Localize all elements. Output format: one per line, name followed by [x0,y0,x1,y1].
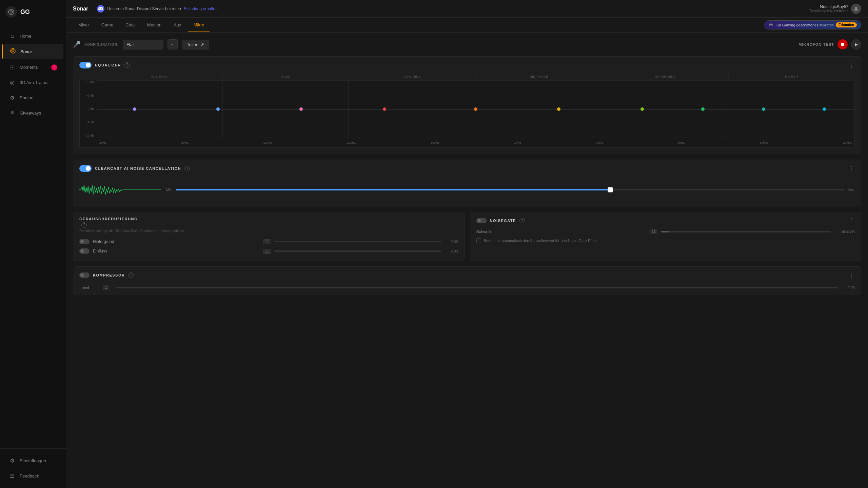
discord-link[interactable]: Einladung erhalten [184,6,218,11]
kompressor-panel: KOMPRESSOR ? ⋮ Level 1 0.00 [73,266,861,295]
noise-background-toggle[interactable] [79,239,90,244]
record-button[interactable] [837,39,848,49]
mic-test-label: MIKROFON-TEST [798,42,834,46]
sidebar-item-moments[interactable]: ⊡ Moments ! [3,60,63,75]
config-more-button[interactable]: ··· [167,39,178,49]
engine-icon: ⚙ [9,95,16,101]
gaming-badge-cta[interactable]: Erkunden [836,22,857,27]
tab-mixer[interactable]: Mixer [73,18,95,32]
main-nav: ⌂ Home Sonar ⊡ Moments ! ◎ 3D Aim Traine… [0,24,66,448]
eq-dot-7[interactable] [701,107,705,111]
noise-einfluss-toggle[interactable] [79,248,90,254]
tab-chat[interactable]: Chat [120,18,140,32]
tab-aux[interactable]: Aux [168,18,186,32]
noise-reduction-row-0: Hintergrund 11 0.00 [79,237,458,246]
sidebar-item-giveaways[interactable]: ≡ Giveaways [3,106,63,120]
noisegate-toggle[interactable] [476,218,487,223]
kompressor-title: KOMPRESSOR [93,273,125,277]
moments-icon: ⊡ [9,64,16,70]
tab-mikro[interactable]: Mikro [188,18,210,32]
clearcast-slider-thumb[interactable] [608,187,613,192]
eq-section-low-mids: LOW MIDS [349,74,476,80]
share-button[interactable]: Teilen ↗ [182,40,209,49]
user-name: NostalgicSpy57 [809,4,848,9]
hz-1k: 1kHz [514,141,521,144]
noisegate-auto-box[interactable] [476,238,481,243]
eq-db-labels: +12 dB +6 dB 0 dB -9 dB -12 dB [80,80,97,137]
kompressor-header: KOMPRESSOR ? ⋮ [73,267,861,284]
eq-dot-9[interactable] [823,107,826,111]
mic-icon: 🎤 [73,41,80,48]
kompressor-level-label: Level [79,285,100,290]
play-button[interactable]: ▶ [851,39,861,49]
noisegate-help[interactable]: ? [519,218,525,223]
hz-20: 20Hz [99,141,106,144]
sidebar-item-feedback[interactable]: ☰ Feedback [3,469,63,483]
clearcast-slider[interactable] [176,189,844,190]
mic-test-area: MIKROFON-TEST ▶ [798,39,861,49]
kompressor-slider[interactable] [116,287,838,288]
tab-game[interactable]: Game [96,18,119,32]
eq-dot-1[interactable] [216,107,220,111]
sidebar-item-3d-aim[interactable]: ◎ 3D Aim Trainer [3,75,63,90]
sidebar-item-engine[interactable]: ⚙ Engine [3,90,63,105]
hz-5k: 5kHz [678,141,685,144]
equalizer-help-icon[interactable]: ? [124,62,130,68]
noisegate-schwelle-row: Schwelle 11 -90.0 dB [476,229,855,234]
clearcast-toggle[interactable] [79,165,92,172]
clearcast-help-icon[interactable]: ? [184,166,190,171]
sidebar-item-settings[interactable]: ⚙ Einstellungen [3,453,63,468]
svg-point-2 [11,12,12,13]
kompressor-toggle[interactable] [79,272,90,278]
eq-dot-5[interactable] [557,107,560,111]
user-settings-link[interactable]: Einstellungen Nutzerkonte [809,9,848,13]
noise-einfluss-value: 0.00 [445,249,458,253]
noise-reduction-subtitle: Deaktiviert solange die ClearCast-KI-Ger… [79,229,458,233]
sidebar-item-sonar[interactable]: Sonar [2,44,63,59]
app-logo[interactable]: GG [0,0,66,24]
user-avatar [851,4,861,14]
eq-dot-4[interactable] [474,107,477,111]
equalizer-more-button[interactable]: ⋮ [849,61,855,69]
user-info[interactable]: NostalgicSpy57 Einstellungen Nutzerkonte [809,4,861,14]
noisegate-schwelle-value: -90.0 dB [834,230,855,234]
eq-dot-0[interactable] [133,107,136,111]
hz-2k: 2kHz [596,141,603,144]
discord-icon [97,5,104,13]
kompressor-more[interactable]: ⋮ [849,271,855,279]
config-select[interactable]: Flat Bass Boost Treble Boost Voice [123,40,163,49]
page-title: Sonar [73,6,88,12]
eq-dot-2[interactable] [299,107,303,111]
equalizer-panel: EQUALIZER ? ⋮ SUB BASS BASS LOW MIDS MID… [73,56,861,154]
eq-dot-3[interactable] [383,107,386,111]
equalizer-toggle[interactable] [79,62,92,68]
noise-reduction-help[interactable]: ? [81,222,87,228]
noisegate-more[interactable]: ⋮ [849,217,855,224]
nav-label-settings: Einstellungen [20,458,46,463]
two-col-row: GERÄUSCHREDUZIERUNG ? Deaktiviert solang… [73,212,861,261]
user-details: NostalgicSpy57 Einstellungen Nutzerkonte [809,4,848,13]
kompressor-help[interactable]: ? [128,272,134,278]
noise-background-slider[interactable] [274,241,441,242]
app-name: GG [20,8,30,16]
clearcast-slider-area: Min. Max. [166,188,855,192]
eq-section-sub-bass: SUB BASS [96,74,223,80]
sidebar-item-home[interactable]: ⌂ Home [3,29,63,43]
clearcast-more-button[interactable]: ⋮ [849,165,855,172]
noisegate-title: NOISEGATE [490,219,516,223]
tab-medien[interactable]: Medien [142,18,167,32]
gaming-badge[interactable]: 🎮 Für Gaming geschaffenes Mikrofon Erkun… [764,20,861,29]
aim-icon: ◎ [9,79,16,86]
noise-einfluss-slider[interactable] [274,250,441,252]
eq-graph: +12 dB +6 dB 0 dB -9 dB -12 dB [79,80,855,148]
eq-dot-6[interactable] [640,107,644,111]
noisegate-slider[interactable] [661,231,831,232]
eq-dot-8[interactable] [762,107,765,111]
noisegate-auto-checkbox[interactable]: Berechnet automatisch den Schwellenwert … [476,238,855,243]
svg-point-5 [13,50,14,52]
eq-db-12: +12 dB [82,80,94,84]
kompressor-level-badge: 1 [103,285,109,290]
hz-500: 500Hz [431,141,439,144]
noise-background-label: Hintergrund [93,239,260,244]
noise-reduction-panel: GERÄUSCHREDUZIERUNG ? Deaktiviert solang… [73,212,465,261]
